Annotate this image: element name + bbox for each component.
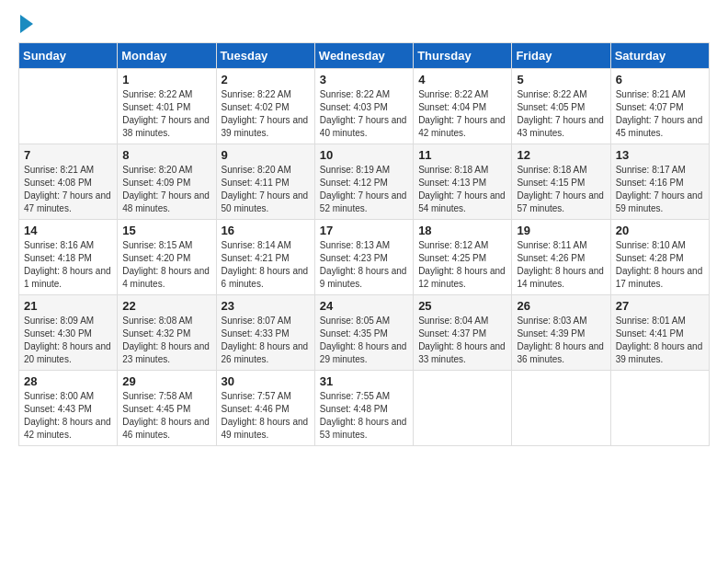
- day-cell: 8Sunrise: 8:20 AMSunset: 4:09 PMDaylight…: [118, 144, 216, 220]
- day-detail: Sunrise: 7:58 AMSunset: 4:45 PMDaylight:…: [122, 390, 210, 442]
- day-detail: Sunrise: 8:09 AMSunset: 4:30 PMDaylight:…: [24, 315, 112, 366]
- week-row-2: 14Sunrise: 8:16 AMSunset: 4:18 PMDayligh…: [19, 220, 710, 295]
- day-cell: 15Sunrise: 8:15 AMSunset: 4:20 PMDayligh…: [118, 220, 216, 295]
- weekday-header-friday: Friday: [512, 43, 610, 69]
- day-number: 8: [122, 148, 210, 162]
- day-detail: Sunrise: 7:57 AMSunset: 4:46 PMDaylight:…: [222, 390, 310, 442]
- day-detail: Sunrise: 8:00 AMSunset: 4:43 PMDaylight:…: [24, 390, 112, 442]
- week-row-0: 1Sunrise: 8:22 AMSunset: 4:01 PMDaylight…: [19, 69, 710, 144]
- weekday-header-sunday: Sunday: [19, 43, 118, 69]
- header: [18, 17, 710, 33]
- day-cell: 31Sunrise: 7:55 AMSunset: 4:48 PMDayligh…: [314, 371, 413, 446]
- day-cell: [512, 371, 610, 446]
- day-detail: Sunrise: 8:16 AMSunset: 4:18 PMDaylight:…: [24, 239, 112, 291]
- day-detail: Sunrise: 8:22 AMSunset: 4:03 PMDaylight:…: [320, 88, 408, 140]
- day-detail: Sunrise: 8:20 AMSunset: 4:09 PMDaylight:…: [122, 164, 210, 215]
- day-detail: Sunrise: 8:08 AMSunset: 4:32 PMDaylight:…: [122, 315, 210, 366]
- day-cell: [610, 371, 709, 446]
- day-number: 10: [320, 148, 408, 162]
- weekday-header-wednesday: Wednesday: [314, 43, 413, 69]
- day-cell: 14Sunrise: 8:16 AMSunset: 4:18 PMDayligh…: [19, 220, 118, 295]
- week-row-3: 21Sunrise: 8:09 AMSunset: 4:30 PMDayligh…: [19, 295, 710, 371]
- day-number: 15: [122, 224, 210, 237]
- logo-arrow-icon: [20, 15, 33, 33]
- day-number: 2: [222, 73, 310, 86]
- day-number: 4: [418, 73, 506, 86]
- weekday-header-monday: Monday: [118, 43, 216, 69]
- day-detail: Sunrise: 8:22 AMSunset: 4:04 PMDaylight:…: [418, 88, 506, 140]
- day-cell: 29Sunrise: 7:58 AMSunset: 4:45 PMDayligh…: [118, 371, 216, 446]
- day-cell: 12Sunrise: 8:18 AMSunset: 4:15 PMDayligh…: [512, 144, 610, 220]
- day-detail: Sunrise: 8:18 AMSunset: 4:13 PMDaylight:…: [418, 164, 506, 215]
- day-number: 24: [320, 299, 408, 313]
- day-detail: Sunrise: 8:21 AMSunset: 4:07 PMDaylight:…: [616, 88, 704, 140]
- day-detail: Sunrise: 8:20 AMSunset: 4:11 PMDaylight:…: [222, 164, 310, 215]
- week-row-1: 7Sunrise: 8:21 AMSunset: 4:08 PMDaylight…: [19, 144, 710, 220]
- day-number: 14: [24, 224, 112, 237]
- day-detail: Sunrise: 8:03 AMSunset: 4:39 PMDaylight:…: [517, 315, 605, 366]
- day-detail: Sunrise: 7:55 AMSunset: 4:48 PMDaylight:…: [320, 390, 408, 442]
- day-cell: 30Sunrise: 7:57 AMSunset: 4:46 PMDayligh…: [216, 371, 314, 446]
- day-cell: 23Sunrise: 8:07 AMSunset: 4:33 PMDayligh…: [216, 295, 314, 371]
- weekday-header-thursday: Thursday: [414, 43, 512, 69]
- day-cell: 22Sunrise: 8:08 AMSunset: 4:32 PMDayligh…: [118, 295, 216, 371]
- day-detail: Sunrise: 8:07 AMSunset: 4:33 PMDaylight:…: [222, 315, 310, 366]
- day-number: 30: [222, 374, 310, 388]
- day-cell: 28Sunrise: 8:00 AMSunset: 4:43 PMDayligh…: [19, 371, 118, 446]
- day-number: 23: [222, 299, 310, 313]
- day-number: 28: [24, 374, 112, 388]
- day-number: 1: [122, 73, 210, 86]
- calendar-header: SundayMondayTuesdayWednesdayThursdayFrid…: [19, 43, 710, 69]
- day-cell: 24Sunrise: 8:05 AMSunset: 4:35 PMDayligh…: [314, 295, 413, 371]
- day-detail: Sunrise: 8:17 AMSunset: 4:16 PMDaylight:…: [616, 164, 704, 215]
- day-detail: Sunrise: 8:21 AMSunset: 4:08 PMDaylight:…: [24, 164, 112, 215]
- day-detail: Sunrise: 8:04 AMSunset: 4:37 PMDaylight:…: [418, 315, 506, 366]
- day-cell: 1Sunrise: 8:22 AMSunset: 4:01 PMDaylight…: [118, 69, 216, 144]
- day-detail: Sunrise: 8:18 AMSunset: 4:15 PMDaylight:…: [517, 164, 605, 215]
- day-detail: Sunrise: 8:10 AMSunset: 4:28 PMDaylight:…: [616, 239, 704, 291]
- day-cell: 4Sunrise: 8:22 AMSunset: 4:04 PMDaylight…: [414, 69, 512, 144]
- day-number: 13: [616, 148, 704, 162]
- day-cell: 27Sunrise: 8:01 AMSunset: 4:41 PMDayligh…: [610, 295, 709, 371]
- day-cell: 25Sunrise: 8:04 AMSunset: 4:37 PMDayligh…: [414, 295, 512, 371]
- day-number: 6: [616, 73, 704, 86]
- day-number: 18: [418, 224, 506, 237]
- weekday-header-tuesday: Tuesday: [216, 43, 314, 69]
- day-detail: Sunrise: 8:19 AMSunset: 4:12 PMDaylight:…: [320, 164, 408, 215]
- day-number: 11: [418, 148, 506, 162]
- day-number: 31: [320, 374, 408, 388]
- page: SundayMondayTuesdayWednesdayThursdayFrid…: [0, 0, 728, 457]
- day-cell: 19Sunrise: 8:11 AMSunset: 4:26 PMDayligh…: [512, 220, 610, 295]
- day-cell: 13Sunrise: 8:17 AMSunset: 4:16 PMDayligh…: [610, 144, 709, 220]
- weekday-header-saturday: Saturday: [610, 43, 709, 69]
- logo: [18, 17, 33, 33]
- day-cell: 6Sunrise: 8:21 AMSunset: 4:07 PMDaylight…: [610, 69, 709, 144]
- day-cell: [19, 69, 118, 144]
- day-detail: Sunrise: 8:12 AMSunset: 4:25 PMDaylight:…: [418, 239, 506, 291]
- day-cell: 9Sunrise: 8:20 AMSunset: 4:11 PMDaylight…: [216, 144, 314, 220]
- day-detail: Sunrise: 8:01 AMSunset: 4:41 PMDaylight:…: [616, 315, 704, 366]
- day-cell: 26Sunrise: 8:03 AMSunset: 4:39 PMDayligh…: [512, 295, 610, 371]
- day-number: 19: [517, 224, 605, 237]
- day-number: 17: [320, 224, 408, 237]
- day-detail: Sunrise: 8:22 AMSunset: 4:01 PMDaylight:…: [122, 88, 210, 140]
- day-detail: Sunrise: 8:22 AMSunset: 4:02 PMDaylight:…: [222, 88, 310, 140]
- day-number: 3: [320, 73, 408, 86]
- day-cell: 11Sunrise: 8:18 AMSunset: 4:13 PMDayligh…: [414, 144, 512, 220]
- day-number: 26: [517, 299, 605, 313]
- day-detail: Sunrise: 8:13 AMSunset: 4:23 PMDaylight:…: [320, 239, 408, 291]
- day-number: 5: [517, 73, 605, 86]
- day-number: 25: [418, 299, 506, 313]
- day-cell: 5Sunrise: 8:22 AMSunset: 4:05 PMDaylight…: [512, 69, 610, 144]
- week-row-4: 28Sunrise: 8:00 AMSunset: 4:43 PMDayligh…: [19, 371, 710, 446]
- day-number: 21: [24, 299, 112, 313]
- day-number: 12: [517, 148, 605, 162]
- day-number: 9: [222, 148, 310, 162]
- day-detail: Sunrise: 8:05 AMSunset: 4:35 PMDaylight:…: [320, 315, 408, 366]
- day-cell: 20Sunrise: 8:10 AMSunset: 4:28 PMDayligh…: [610, 220, 709, 295]
- day-cell: 2Sunrise: 8:22 AMSunset: 4:02 PMDaylight…: [216, 69, 314, 144]
- day-cell: 21Sunrise: 8:09 AMSunset: 4:30 PMDayligh…: [19, 295, 118, 371]
- day-cell: [414, 371, 512, 446]
- day-number: 16: [222, 224, 310, 237]
- day-number: 20: [616, 224, 704, 237]
